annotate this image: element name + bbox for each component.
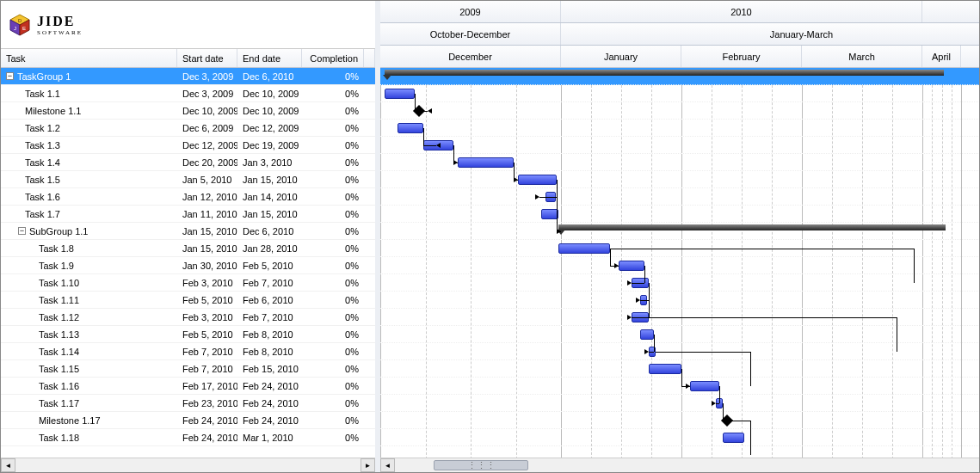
- task-1-18-row[interactable]: Task 1.18Feb 24, 2010Mar 1, 20100%: [1, 429, 375, 446]
- timeline-cell[interactable]: October-December: [380, 23, 561, 45]
- task-1-12-row[interactable]: Task 1.12Feb 3, 2010Feb 7, 20100%: [1, 309, 375, 326]
- task-1-5-gantt-row[interactable]: [380, 171, 980, 188]
- task-label: Task 1.12: [39, 312, 79, 322]
- task-1-7-row[interactable]: Task 1.7Jan 11, 2010Jan 15, 20100%: [1, 206, 375, 223]
- task-1-7-gantt-row[interactable]: [380, 206, 980, 223]
- task-name-cell: Task 1.8: [1, 243, 177, 254]
- end-date-cell: Feb 24, 2010: [237, 415, 302, 426]
- task-1-16-row[interactable]: Task 1.16Feb 17, 2010Feb 24, 20100%: [1, 378, 375, 395]
- timeline-cell[interactable]: January-March: [561, 23, 980, 45]
- milestone-1-17-gantt-row[interactable]: [380, 412, 980, 429]
- task-bar[interactable]: [619, 261, 644, 271]
- timeline-cell[interactable]: March: [802, 46, 922, 67]
- col-header-end[interactable]: End date: [237, 49, 302, 67]
- task-bar[interactable]: [558, 243, 610, 254]
- collapse-icon[interactable]: −: [6, 72, 14, 80]
- timeline-cell[interactable]: January: [561, 46, 681, 67]
- end-date-cell: Jan 28, 2010: [237, 243, 302, 254]
- start-date-cell: Feb 7, 2010: [177, 347, 237, 357]
- task-1-13-row[interactable]: Task 1.13Feb 5, 2010Feb 8, 20100%: [1, 326, 375, 343]
- task-1-5-row[interactable]: Task 1.5Jan 5, 2010Jan 15, 20100%: [1, 171, 375, 188]
- task-1-10-row[interactable]: Task 1.10Feb 3, 2010Feb 7, 20100%: [1, 274, 375, 292]
- task-bar[interactable]: [690, 381, 719, 391]
- task-1-8-row[interactable]: Task 1.8Jan 15, 2010Jan 28, 20100%: [1, 240, 375, 257]
- milestone-1-17-row[interactable]: Milestone 1.17Feb 24, 2010Feb 24, 20100%: [1, 412, 375, 429]
- col-header-task[interactable]: Task: [1, 49, 177, 67]
- task-bar[interactable]: [385, 89, 415, 99]
- task-1-11-gantt-row[interactable]: [380, 292, 980, 309]
- timeline-cell[interactable]: 2010: [561, 1, 922, 22]
- subgroup-1-1-gantt-row[interactable]: [380, 223, 980, 240]
- task-1-13-gantt-row[interactable]: [380, 326, 980, 343]
- end-date-cell: Feb 6, 2010: [237, 295, 302, 305]
- gantt-pane: 20092010 October-DecemberJanuary-MarchAp…: [380, 1, 980, 472]
- collapse-icon[interactable]: −: [18, 227, 26, 235]
- completion-cell: 0%: [302, 243, 364, 254]
- task-1-1-row[interactable]: Task 1.1Dec 3, 2009Dec 10, 20090%: [1, 85, 375, 102]
- timeline-cell[interactable]: April: [922, 46, 961, 67]
- task-bar[interactable]: [518, 175, 557, 185]
- timeline-cell[interactable]: December: [380, 46, 561, 67]
- completion-cell: 0%: [302, 433, 364, 443]
- task-group-1-gantt-row[interactable]: [380, 68, 980, 85]
- summary-bar[interactable]: [385, 70, 944, 76]
- col-header-completion[interactable]: Completion: [302, 49, 364, 67]
- task-bar[interactable]: [541, 209, 558, 219]
- col-header-start[interactable]: Start date: [177, 49, 237, 67]
- task-1-2-row[interactable]: Task 1.2Dec 6, 2009Dec 12, 20090%: [1, 120, 375, 137]
- task-1-10-gantt-row[interactable]: [380, 274, 980, 292]
- task-1-16-gantt-row[interactable]: [380, 378, 980, 395]
- task-1-9-row[interactable]: Task 1.9Jan 30, 2010Feb 5, 20100%: [1, 257, 375, 274]
- task-name-cell: Task 1.14: [1, 347, 177, 357]
- task-name-cell: Task 1.3: [1, 140, 177, 150]
- task-1-2-gantt-row[interactable]: [380, 120, 980, 137]
- subgroup-1-1-row[interactable]: −SubGroup 1.1Jan 15, 2010Dec 6, 20100%: [1, 223, 375, 240]
- completion-cell: 0%: [302, 89, 364, 99]
- task-bar[interactable]: [723, 433, 744, 443]
- milestone-1-1-gantt-row[interactable]: [380, 102, 980, 120]
- task-1-18-gantt-row[interactable]: [380, 429, 980, 446]
- task-bar[interactable]: [398, 123, 423, 133]
- milestone-1-1-row[interactable]: Milestone 1.1Dec 10, 2009Dec 10, 20090%: [1, 102, 375, 120]
- scroll-right-button[interactable]: ►: [361, 458, 375, 472]
- end-date-cell: Jan 3, 2010: [237, 157, 302, 168]
- horizontal-scroll-thumb[interactable]: ⋮⋮⋮: [434, 460, 528, 470]
- scroll-gantt-left-button[interactable]: ◄: [380, 458, 395, 472]
- summary-bar[interactable]: [558, 224, 946, 230]
- completion-cell: 0%: [302, 398, 364, 408]
- task-1-15-gantt-row[interactable]: [380, 360, 980, 378]
- scroll-left-button[interactable]: ◄: [1, 458, 15, 472]
- task-label: Milestone 1.17: [39, 415, 101, 426]
- task-label: Task 1.14: [39, 347, 79, 357]
- task-group-1-row[interactable]: −TaskGroup 1Dec 3, 2009Dec 6, 20100%: [1, 68, 375, 85]
- task-1-11-row[interactable]: Task 1.11Feb 5, 2010Feb 6, 20100%: [1, 292, 375, 309]
- task-bar[interactable]: [649, 364, 681, 374]
- task-1-3-row[interactable]: Task 1.3Dec 12, 2009Dec 19, 20090%: [1, 137, 375, 154]
- timeline-cell[interactable]: 2009: [380, 1, 561, 22]
- task-1-4-row[interactable]: Task 1.4Dec 20, 2009Jan 3, 20100%: [1, 154, 375, 171]
- end-date-cell: Dec 10, 2009: [237, 89, 302, 99]
- gantt-scroll-track[interactable]: ⋮⋮⋮: [395, 458, 980, 472]
- task-bar[interactable]: [640, 329, 654, 340]
- task-1-14-row[interactable]: Task 1.14Feb 7, 2010Feb 8, 20100%: [1, 343, 375, 360]
- table-body[interactable]: −TaskGroup 1Dec 3, 2009Dec 6, 20100%Task…: [1, 68, 375, 458]
- task-1-6-gantt-row[interactable]: [380, 188, 980, 206]
- gantt-horizontal-scrollbar[interactable]: ◄ ⋮⋮⋮ ►: [380, 458, 980, 472]
- task-1-9-gantt-row[interactable]: [380, 257, 980, 274]
- task-1-6-row[interactable]: Task 1.6Jan 12, 2010Jan 14, 20100%: [1, 188, 375, 206]
- task-1-3-gantt-row[interactable]: [380, 137, 980, 154]
- task-bar[interactable]: [458, 157, 514, 168]
- task-1-15-row[interactable]: Task 1.15Feb 7, 2010Feb 15, 20100%: [1, 360, 375, 378]
- task-1-1-gantt-row[interactable]: [380, 85, 980, 102]
- task-1-17-gantt-row[interactable]: [380, 395, 980, 412]
- task-1-4-gantt-row[interactable]: [380, 154, 980, 171]
- task-1-17-row[interactable]: Task 1.17Feb 23, 2010Feb 24, 20100%: [1, 395, 375, 412]
- completion-cell: 0%: [302, 364, 364, 374]
- table-horizontal-scrollbar[interactable]: ◄ ►: [1, 458, 375, 472]
- task-label: Task 1.18: [39, 433, 79, 443]
- gantt-chart-area[interactable]: [380, 68, 980, 472]
- completion-cell: 0%: [302, 175, 364, 185]
- timeline-cell[interactable]: February: [681, 46, 802, 67]
- task-name-cell: Task 1.12: [1, 312, 177, 322]
- scroll-track[interactable]: [15, 458, 361, 472]
